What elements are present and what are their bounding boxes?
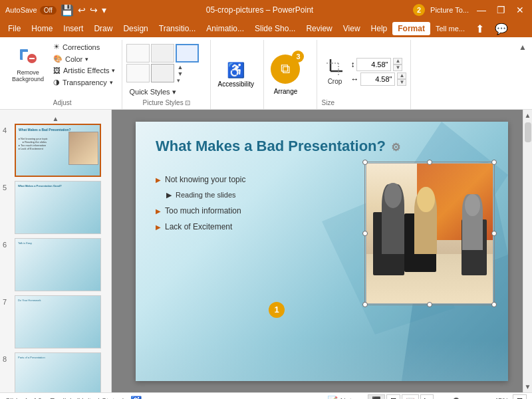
- title-bar-controls: 2 Picture To... — ❐ ✕: [413, 4, 527, 16]
- slide-thumb-6[interactable]: 6 Talk is Easy: [3, 238, 108, 291]
- slide-sorter-btn[interactable]: ⊞: [386, 394, 400, 399]
- slide-img-5[interactable]: What Makes a Presentation Good?: [15, 181, 101, 234]
- menu-draw[interactable]: Draw: [88, 22, 118, 35]
- artistic-effects-label: Artistic Effects: [63, 66, 109, 74]
- redo-icon[interactable]: ↪: [90, 5, 98, 15]
- ribbon-collapse[interactable]: ▲: [516, 40, 529, 109]
- status-left: Slide 4 of 9 English (United States) ♿: [5, 396, 142, 400]
- menu-slideshow[interactable]: Slide Sho...: [249, 22, 301, 35]
- menu-design[interactable]: Design: [118, 22, 153, 35]
- style-thumb-3[interactable]: [176, 44, 199, 63]
- height-spinners[interactable]: ▲ ▼: [393, 58, 402, 71]
- scroll-up-arrow[interactable]: ▲: [523, 110, 532, 121]
- menu-transitions[interactable]: Transitio...: [154, 22, 201, 35]
- crop-label: Crop: [328, 78, 342, 85]
- corrections-icon: ☀: [53, 43, 60, 51]
- scroll-up[interactable]: ▲: [3, 114, 108, 124]
- slide-img-8[interactable]: Parts of a Presentation: [15, 352, 101, 392]
- notes-btn[interactable]: 📝 Notes: [323, 394, 364, 399]
- autosave-toggle[interactable]: AutoSave Off: [5, 6, 57, 15]
- style-scroll[interactable]: ▲ ▼ ▾: [177, 64, 186, 84]
- width-spinners[interactable]: ▲ ▼: [397, 72, 406, 86]
- menu-home[interactable]: Home: [26, 22, 58, 35]
- scroll-thumb[interactable]: [525, 122, 531, 142]
- style-thumb-5[interactable]: [151, 64, 174, 82]
- quick-styles-btn[interactable]: Quick Styles ▾: [126, 86, 178, 98]
- undo-icon[interactable]: ↩: [78, 5, 86, 15]
- slide-7-content: Do Your Homework: [15, 296, 100, 305]
- width-row: ↔ 4.58" ▲ ▼: [350, 72, 406, 86]
- fit-slide-btn[interactable]: ⊞: [513, 394, 527, 399]
- ribbon: Remove Background ☀ Corrections 🎨 Color …: [0, 37, 532, 110]
- slide-thumb-7[interactable]: 7 Do Your Homework: [3, 295, 108, 348]
- transparency-arrow: ▾: [110, 79, 113, 86]
- arrange-icon: ⧉: [281, 61, 290, 76]
- artistic-effects-arrow: ▾: [112, 67, 115, 74]
- slide-img-6[interactable]: Talk is Easy: [15, 238, 101, 291]
- width-input[interactable]: 4.58": [360, 72, 395, 86]
- slide-thumb-8[interactable]: 8 Parts of a Presentation: [3, 352, 108, 392]
- menu-file[interactable]: File: [3, 22, 26, 35]
- maximize-btn[interactable]: ❐: [494, 5, 508, 15]
- window-title: 05-crop-pictures – PowerPoint: [206, 5, 313, 15]
- slide-num-6: 6: [3, 241, 12, 249]
- menu-comments[interactable]: 💬: [489, 21, 513, 37]
- accessibility-label[interactable]: Accessibility: [217, 80, 253, 88]
- corrections-btn[interactable]: ☀ Corrections: [51, 41, 118, 53]
- title-bar-left: AutoSave Off 💾 ↩ ↪ ▾: [5, 4, 106, 17]
- picture-styles-expand-icon[interactable]: ⊡: [185, 99, 190, 106]
- height-down[interactable]: ▼: [393, 65, 402, 71]
- color-btn[interactable]: 🎨 Color ▾: [51, 53, 118, 65]
- remove-background-btn[interactable]: Remove Background: [7, 43, 49, 86]
- style-thumb-4[interactable]: [126, 64, 150, 82]
- head-3: [465, 194, 480, 217]
- menu-review[interactable]: Review: [301, 22, 337, 35]
- normal-view-btn[interactable]: ⬛: [368, 394, 385, 399]
- height-up[interactable]: ▲: [393, 58, 402, 65]
- artistic-effects-btn[interactable]: 🖼 Artistic Effects ▾: [51, 65, 118, 76]
- arrange-label[interactable]: Arrange: [274, 88, 298, 95]
- menu-insert[interactable]: Insert: [58, 22, 88, 35]
- reading-view-btn[interactable]: 📖: [402, 394, 419, 399]
- slideshow-btn[interactable]: ▶: [420, 394, 434, 399]
- transparency-btn[interactable]: ◑ Transparency ▾: [51, 76, 118, 88]
- zoom-in-btn[interactable]: +: [487, 397, 491, 400]
- crop-icon: [325, 58, 344, 78]
- width-down[interactable]: ▼: [397, 79, 406, 86]
- scroll-down-arrow[interactable]: ▼: [523, 381, 532, 392]
- height-input[interactable]: 4.58": [356, 58, 391, 71]
- slide-img-4[interactable]: What Makes a Bad Presentation? ▸ Not kno…: [15, 124, 101, 177]
- slide-img-7[interactable]: Do Your Homework: [15, 295, 101, 348]
- menu-view[interactable]: View: [338, 22, 366, 35]
- picture-styles-label: Picture Styles ⊡: [126, 98, 206, 108]
- menu-animations[interactable]: Animatio...: [201, 22, 249, 35]
- menu-tell-me[interactable]: Tell me...: [430, 23, 470, 35]
- color-label: Color: [65, 55, 82, 63]
- accessibility-status-icon[interactable]: ♿: [130, 396, 142, 400]
- style-thumb-1[interactable]: [126, 44, 150, 63]
- menu-share[interactable]: ⬆: [470, 21, 489, 37]
- style-thumb-2[interactable]: [151, 44, 174, 63]
- save-icon[interactable]: 💾: [61, 4, 74, 17]
- height-icon: ↕: [350, 60, 354, 69]
- slide-canvas[interactable]: What Makes a Bad Presentation? ⚙ ▶ Not k…: [136, 122, 508, 381]
- close-btn[interactable]: ✕: [513, 5, 527, 15]
- arrange-btn-wrapper[interactable]: ⧉ 3: [271, 55, 300, 84]
- customize-icon[interactable]: ▾: [102, 5, 106, 15]
- ribbon-spacer: [411, 40, 516, 109]
- minimize-btn[interactable]: —: [474, 5, 489, 15]
- zoom-out-btn[interactable]: –: [438, 397, 442, 400]
- slide-num-7: 7: [3, 298, 12, 306]
- slide-thumb-4[interactable]: 4 What Makes a Bad Presentation? ▸ Not k…: [3, 124, 108, 177]
- menu-help[interactable]: Help: [366, 22, 393, 35]
- slide-thumb-5[interactable]: 5 What Makes a Presentation Good?: [3, 181, 108, 234]
- menu-format[interactable]: Format: [392, 22, 430, 35]
- ribbon-group-size: Crop ↕ 4.58" ▲ ▼ ↔ 4.58" ▲ ▼: [317, 40, 411, 109]
- width-up[interactable]: ▲: [397, 72, 406, 79]
- crop-btn[interactable]: Crop: [321, 55, 348, 88]
- slide-title-icon: ⚙: [391, 142, 400, 153]
- slide-num-8: 8: [3, 355, 12, 363]
- badge-3: 3: [292, 51, 304, 63]
- slide-num-4: 4: [3, 126, 12, 134]
- zoom-level: 45%: [494, 397, 509, 400]
